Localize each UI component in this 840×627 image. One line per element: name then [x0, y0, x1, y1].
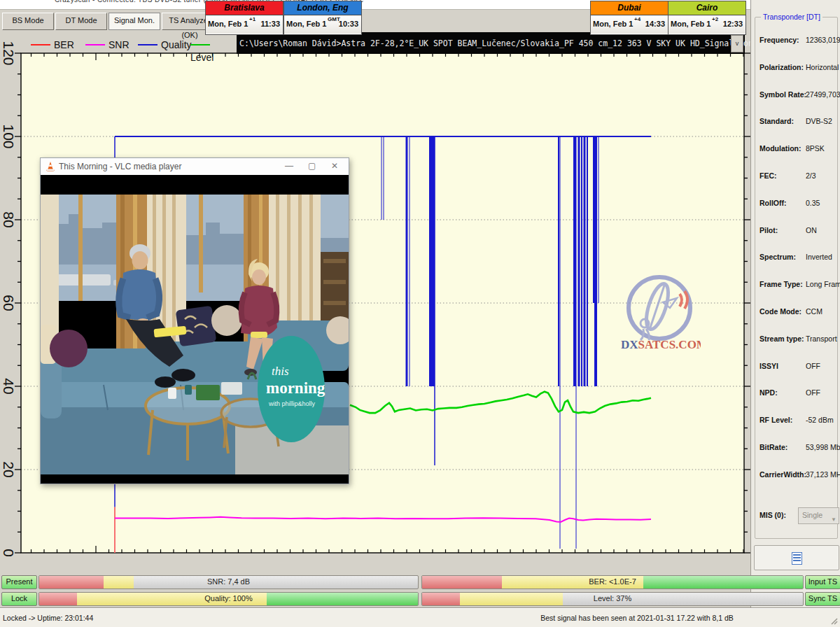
vlc-maximize-button[interactable]: ▢	[302, 158, 322, 175]
tp-row-value: OFF	[806, 388, 820, 397]
tp-row-value: OFF	[806, 362, 820, 370]
tp-row-value: Transport	[806, 334, 837, 343]
tp-row-label: NPD:	[760, 388, 778, 397]
tp-row: Spectrum:Inverted	[760, 246, 834, 273]
tp-row-value: 12363,019 MHz	[806, 36, 840, 44]
tp-row-value: Long Frame	[806, 280, 840, 288]
tp-row: RollOff:0.35	[760, 192, 834, 219]
tp-row-value: Inverted	[806, 253, 832, 261]
tp-row: Frequency:12363,019 MHz	[760, 29, 834, 56]
svg-text:40: 40	[1, 378, 17, 394]
vlc-window-title: This Morning - VLC media player	[59, 162, 181, 171]
tp-row-label: ISSYI	[760, 362, 778, 370]
transponder-panel: Transponder [DT] Frequency:12363,019 MHz…	[750, 0, 840, 627]
tp-row: Symbol Rate:27499,703 KS/s	[760, 83, 834, 111]
vlc-minimize-button[interactable]: —	[279, 158, 299, 175]
tp-row-value: CCM	[806, 307, 822, 316]
chevron-down-icon: ▼	[831, 513, 836, 527]
svg-text:0: 0	[1, 549, 17, 557]
tp-row-value: DVB-S2	[806, 117, 832, 125]
tp-row: CarrierWidth:37,123 MHz	[760, 463, 834, 491]
tp-row-label: CarrierWidth:	[760, 470, 806, 479]
tp-row: NPD:OFF	[760, 381, 834, 409]
tp-row-label: Standard:	[760, 117, 794, 125]
mis-select[interactable]: Single▼	[798, 507, 839, 524]
dxsatcs-watermark: DXSATCS.COM	[618, 274, 701, 354]
tp-row-value: 53,998 Mbit/s	[806, 443, 840, 451]
vlc-video-area[interactable]: this morning with phillip&holly	[41, 175, 349, 483]
clock-dubai: Dubai Mon, Feb 1+414:33	[590, 1, 668, 35]
tp-row-value: 0.35	[806, 199, 820, 207]
ber-line-swatch	[31, 44, 50, 45]
svg-text:100: 100	[1, 124, 17, 148]
tp-row: Frame Type:Long Frame	[760, 273, 834, 300]
clock-bratislava: Bratislava Mon, Feb 1+111:33	[205, 1, 284, 35]
watermark-text: DXSATCS.COM	[621, 338, 701, 351]
tp-row-label: Frequency:	[760, 36, 799, 44]
purple-cushion	[50, 330, 88, 367]
transponder-groupbox: Transponder [DT] Frequency:12363,019 MHz…	[755, 17, 838, 539]
legend-snr: SNR	[85, 38, 130, 50]
signal-monitor-app: 020406080100120 Crazyscan - Connected: T…	[0, 0, 840, 627]
tp-row: ISSYIOFF	[760, 355, 834, 382]
tp-row-label: Spectrum:	[760, 253, 796, 261]
legend-ber: BER	[31, 38, 74, 50]
tp-row: Polarization:Horizontal	[760, 56, 834, 83]
legend-level: Level	[190, 38, 237, 50]
yellow-card	[251, 332, 267, 338]
tab-signal-mon[interactable]: Signal Mon.	[108, 13, 160, 30]
statusbar: Locked -> Uptime: 23:01:44 Best signal h…	[0, 607, 840, 627]
svg-text:this: this	[272, 365, 289, 378]
mis-row: MIS (0): Single▼	[760, 507, 834, 524]
level-bar: Level: 37%	[421, 592, 804, 606]
tp-row-label: Polarization:	[760, 63, 804, 71]
tp-row-label: Pilot:	[760, 226, 778, 234]
tp-row-label: Modulation:	[760, 144, 801, 153]
tp-row: FEC:2/3	[760, 164, 834, 192]
snr-line-swatch	[85, 44, 105, 45]
tp-row-label: RF Level:	[760, 416, 792, 424]
tp-row-label: RollOff:	[760, 199, 787, 207]
svg-text:80: 80	[1, 211, 17, 227]
tp-row-value: Horizontal	[806, 63, 839, 71]
clock-cairo: Cairo Mon, Feb 1+212:33	[668, 1, 746, 35]
tp-row-label: FEC:	[760, 171, 777, 180]
quality-bar: Quality: 100%	[38, 592, 419, 606]
snr-bar: SNR: 7,4 dB	[38, 575, 419, 589]
present-indicator: Present	[1, 575, 37, 589]
vlc-titlebar[interactable]: This Morning - VLC media player — ▢ ✕	[41, 158, 349, 176]
tp-row: RF Level:-52 dBm	[760, 409, 834, 436]
signal-wave-icon	[680, 294, 682, 307]
log-button[interactable]	[754, 545, 839, 570]
input-ts-indicator: Input TS	[805, 575, 840, 589]
level-line-swatch	[190, 44, 210, 45]
tp-row-value: 8PSK	[806, 144, 825, 153]
best-signal-status: Best signal has been seen at 2021-01-31 …	[420, 614, 840, 622]
tp-row-label: Stream type:	[760, 334, 804, 343]
svg-text:60: 60	[1, 295, 17, 311]
mis-label: MIS (0):	[760, 511, 786, 519]
console-scroll-button[interactable]: v	[731, 35, 743, 52]
tp-row: Stream type:Transport	[760, 327, 834, 355]
tab-dt-mode[interactable]: DT Mode	[55, 13, 107, 30]
vlc-window[interactable]: This Morning - VLC media player — ▢ ✕	[40, 157, 349, 484]
tp-row-label: Code Mode:	[760, 307, 802, 316]
mode-tabs: BS Mode DT Mode Signal Mon. TS Analyzer …	[0, 10, 237, 32]
console-output: C:\Users\Roman Dávid>Astra 2F-28,2°E_UK …	[237, 32, 745, 54]
resize-grip[interactable]	[830, 617, 839, 626]
tp-row-label: Symbol Rate:	[760, 90, 806, 99]
transponder-rows: Frequency:12363,019 MHzPolarization:Hori…	[760, 29, 834, 491]
tp-row-label: Frame Type:	[760, 280, 803, 288]
tp-row-value: -52 dBm	[806, 416, 834, 424]
tp-row: Standard:DVB-S2	[760, 110, 834, 137]
ber-bar: BER: <1.0E-7	[421, 575, 804, 589]
tp-row-label: BitRate:	[760, 443, 788, 451]
tp-row-value: 27499,703 KS/s	[806, 90, 840, 99]
lock-indicator: Lock	[1, 592, 37, 606]
tab-bs-mode[interactable]: BS Mode	[2, 13, 54, 30]
tp-row-value: 37,123 MHz	[806, 470, 840, 479]
fluffy-pillow	[211, 305, 242, 336]
tp-row: Modulation:8PSK	[760, 137, 834, 164]
vlc-close-button[interactable]: ✕	[325, 158, 344, 175]
tp-row: BitRate:53,998 Mbit/s	[760, 436, 834, 463]
